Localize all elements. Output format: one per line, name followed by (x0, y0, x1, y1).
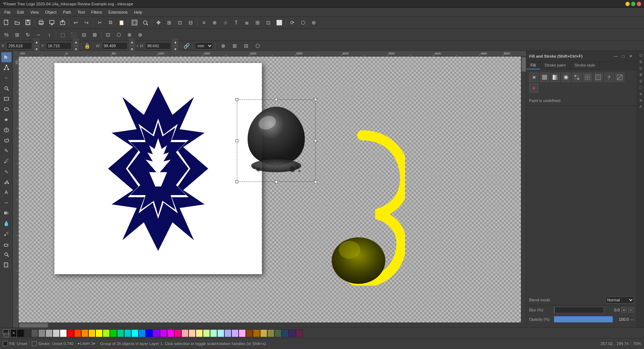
menu-view[interactable]: View (28, 9, 42, 15)
blur-increment[interactable]: + (621, 307, 627, 313)
gradient-tool[interactable] (1, 208, 11, 218)
spiral-tool[interactable] (1, 135, 11, 145)
swatch-hot-pink[interactable] (174, 329, 181, 337)
snap-to-grid[interactable]: ⊞ (12, 30, 22, 40)
minimize-button[interactable] (625, 2, 630, 6)
snap3-button[interactable]: ⊡ (175, 18, 185, 28)
w-up[interactable]: ▲ (129, 39, 135, 46)
snap-rotate[interactable]: ↻ (23, 30, 33, 40)
fill-color-swatch[interactable] (3, 341, 8, 346)
lock-icon[interactable]: 🔒 (84, 43, 90, 49)
zoom-fit-button[interactable] (130, 18, 140, 28)
inkscape-logo-object[interactable] (237, 100, 316, 182)
dropper-tool[interactable]: 💧 (1, 218, 11, 228)
grid-button[interactable]: ⊞ (253, 18, 263, 28)
paint-flat-button[interactable] (540, 73, 549, 82)
swatch-green[interactable] (110, 329, 117, 337)
swatch-cyan[interactable] (131, 329, 138, 337)
extra-s1[interactable]: ⊡ (103, 30, 113, 40)
paint-swatch-button[interactable] (594, 73, 603, 82)
3dbox-tool[interactable] (1, 125, 11, 135)
handle-tl[interactable] (235, 98, 238, 101)
handle-bc[interactable] (275, 180, 278, 183)
menu-filters[interactable]: Filters (88, 9, 105, 15)
menu-path[interactable]: Path (60, 9, 74, 15)
x-input[interactable] (6, 42, 32, 49)
handle-mr[interactable] (314, 139, 317, 142)
swatch-darkgray[interactable] (24, 329, 31, 337)
paint-unset-button[interactable] (615, 73, 624, 82)
panel-icon-3[interactable]: ⊟ (638, 65, 644, 71)
ellipse-tool[interactable] (1, 104, 11, 114)
close-button[interactable] (637, 2, 641, 6)
blur-decrement[interactable]: − (628, 307, 634, 313)
redo-button[interactable]: ↪ (82, 18, 92, 28)
tab-fill[interactable]: Fill (526, 62, 540, 69)
tab-stroke-paint[interactable]: Stroke paint (540, 62, 570, 69)
swatch-maroon[interactable] (296, 329, 303, 337)
opacity-slider-track[interactable] (554, 316, 613, 323)
swatch-dark-orange[interactable] (253, 329, 260, 337)
extra-s4[interactable]: ⊛ (135, 30, 145, 40)
distribute2[interactable]: ⬛ (68, 30, 78, 40)
extra-s2[interactable]: ⬡ (114, 30, 124, 40)
align-button[interactable]: ≡ (199, 18, 209, 28)
swatch-mint[interactable] (210, 329, 217, 337)
swatch-yellow-green[interactable] (103, 329, 110, 337)
swatch-orange[interactable] (81, 329, 88, 337)
panel-icon-8[interactable]: ⊕ (638, 97, 644, 103)
unit-select[interactable]: mmpxcmin (195, 42, 213, 49)
pencil-tool[interactable]: ✎ (1, 146, 11, 156)
panel-icon-1[interactable]: ⊡ (638, 52, 644, 58)
stroke-color-swatch[interactable] (32, 341, 37, 346)
handle-ml[interactable] (235, 139, 238, 142)
swatch-periwinkle[interactable] (224, 329, 231, 337)
swatch-silver[interactable] (53, 329, 60, 337)
swatch-medgray[interactable] (38, 329, 45, 337)
handle-tr[interactable] (314, 98, 317, 101)
rect-tool[interactable] (1, 94, 11, 104)
paint-bucket-tool[interactable] (1, 177, 11, 187)
swatch-teal[interactable] (117, 329, 124, 337)
save-button[interactable] (23, 18, 33, 28)
text-tool[interactable]: A (1, 187, 11, 197)
paint-radial-button[interactable] (561, 73, 571, 82)
distribute4[interactable]: ⊠ (90, 30, 100, 40)
menu-text[interactable]: Text (75, 9, 88, 15)
swatch-blue[interactable] (146, 329, 153, 337)
scrollbar-thumb-h[interactable] (19, 323, 48, 328)
canvas-area[interactable] (19, 57, 526, 328)
extra-s3[interactable]: ⊗ (125, 30, 135, 40)
snap5-icon[interactable]: ⬡ (253, 41, 263, 51)
calligraphy-tool[interactable]: ∿ (1, 166, 11, 176)
extra2-button[interactable]: ⬡ (298, 18, 308, 28)
w-input[interactable] (102, 42, 128, 49)
swatch-light-red[interactable] (181, 329, 189, 337)
stroke-swatch[interactable] (4, 333, 9, 337)
eraser2-button[interactable]: ⬜ (274, 18, 284, 28)
unit-lock-icon[interactable]: 🔗 (184, 43, 190, 49)
x-up[interactable]: ▲ (34, 39, 39, 46)
paint-pattern-button[interactable] (583, 73, 592, 82)
swatch-gray[interactable] (31, 329, 38, 337)
maximize-button[interactable] (631, 2, 635, 6)
swatch-lavender[interactable] (231, 329, 239, 337)
export-button[interactable] (58, 18, 68, 28)
import-button[interactable] (47, 18, 57, 28)
menu-extensions[interactable]: Extensions (106, 9, 131, 15)
snap2-button[interactable]: ⊞ (164, 18, 174, 28)
panel-icon-5[interactable]: ⊛ (638, 78, 644, 84)
swatch-dark-purple[interactable] (289, 329, 296, 337)
swatch-yellow[interactable] (96, 329, 103, 337)
swatch-pink[interactable] (239, 329, 246, 337)
spray-tool[interactable] (1, 229, 11, 239)
swatch-purple[interactable] (153, 329, 160, 337)
swatch-amber[interactable] (88, 329, 96, 337)
panel-icon-4[interactable]: ≣ (638, 72, 644, 77)
node-tool[interactable] (1, 63, 11, 73)
open-button[interactable] (12, 18, 22, 28)
distribute1[interactable]: ⬚ (58, 30, 68, 40)
swatch-red-orange[interactable] (74, 329, 81, 337)
align-icon[interactable]: ⊞ (230, 41, 240, 51)
new-button[interactable] (1, 18, 11, 28)
